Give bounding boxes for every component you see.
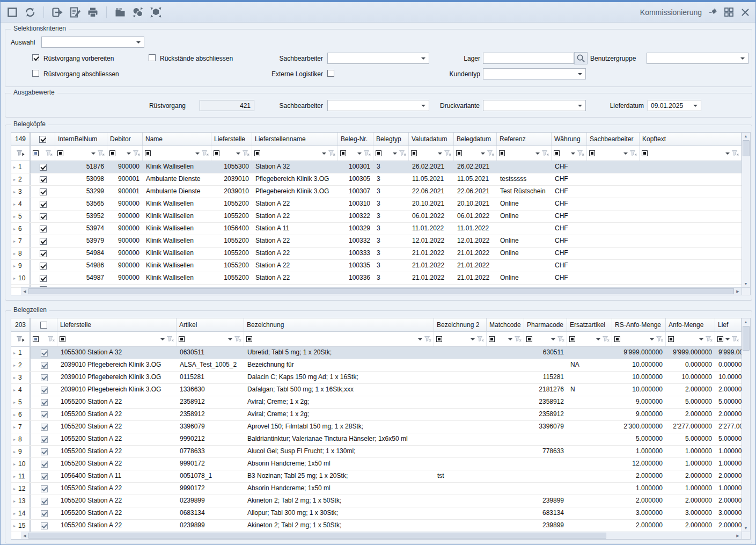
- row-checkbox-cell[interactable]: [31, 495, 57, 507]
- package-icon[interactable]: [149, 6, 162, 19]
- table-row[interactable]: ▸51055200 Station A 222358912Aviral; Cre…: [11, 396, 742, 409]
- table-row[interactable]: ▸81055200 Station A 229990212Baldriantin…: [11, 433, 742, 446]
- filter-value-icon[interactable]: [340, 150, 346, 156]
- filter-dropdown-icon[interactable]: [228, 338, 232, 340]
- filter-value-icon[interactable]: [246, 336, 252, 342]
- filter-value-icon[interactable]: [60, 336, 65, 342]
- filter-value-icon[interactable]: [254, 150, 260, 156]
- row-checkbox-cell[interactable]: [31, 458, 57, 470]
- table-row[interactable]: ▸101055200 Station A 229990172Absorin Ha…: [11, 458, 742, 470]
- filter-dropdown-icon[interactable]: [418, 338, 422, 340]
- select-all-cell[interactable]: [31, 318, 57, 331]
- filter-dropdown-icon[interactable]: [393, 152, 397, 155]
- row-checkbox[interactable]: [41, 485, 48, 492]
- row-checkbox-cell[interactable]: [31, 396, 57, 408]
- folder-icon[interactable]: [114, 6, 127, 19]
- row-number[interactable]: ▸5: [11, 396, 31, 408]
- table-row[interactable]: ▸1054987900000Klinik Wallisellen1055200S…: [11, 272, 742, 285]
- column-header[interactable]: Valutadatum: [409, 133, 454, 146]
- select-window-icon[interactable]: [6, 6, 19, 19]
- row-checkbox[interactable]: [41, 362, 48, 369]
- lager-search-button[interactable]: [574, 52, 588, 64]
- filter-clear-icon[interactable]: [424, 336, 431, 342]
- close-icon[interactable]: [740, 8, 750, 17]
- column-header[interactable]: Lief: [715, 318, 742, 331]
- row-checkbox-cell[interactable]: [31, 347, 57, 359]
- filter-value-icon[interactable]: [33, 150, 39, 156]
- table-row[interactable]: ▸42039010 Pflegebereich Klinik 3.OG13366…: [11, 384, 742, 396]
- lieferdatum-select[interactable]: 09.01.2025: [648, 100, 701, 111]
- filter-clear-icon[interactable]: [656, 336, 663, 342]
- column-header[interactable]: Belegdatum: [454, 133, 497, 146]
- row-checkbox[interactable]: [41, 399, 48, 406]
- row-checkbox-cell[interactable]: [31, 421, 57, 433]
- scroll-left-icon[interactable]: ◀: [21, 532, 28, 539]
- filter-dropdown-icon[interactable]: [236, 152, 240, 155]
- row-number[interactable]: ▸12: [11, 483, 31, 495]
- filter-value-icon[interactable]: [411, 150, 417, 156]
- row-checkbox-cell[interactable]: [31, 409, 57, 420]
- row-checkbox[interactable]: [41, 374, 48, 381]
- row-number[interactable]: ▸6: [11, 409, 31, 420]
- row-number[interactable]: ▸2: [11, 359, 31, 371]
- table-row[interactable]: ▸131055200 Station A 220239899Akineton 2…: [11, 495, 742, 507]
- print-icon[interactable]: [86, 6, 99, 19]
- layout-grid-icon[interactable]: [723, 7, 734, 18]
- row-number[interactable]: ▸6: [11, 223, 31, 235]
- edit-document-icon[interactable]: [69, 6, 82, 19]
- filter-clear-icon[interactable]: [98, 150, 105, 156]
- row-checkbox-cell[interactable]: [31, 446, 57, 457]
- row-checkbox[interactable]: [40, 176, 47, 183]
- column-header[interactable]: Bezeichnung: [244, 318, 434, 331]
- table-row[interactable]: ▸111056400 Station A 110051078_1B3 Nozin…: [11, 470, 742, 483]
- filter-clear-icon[interactable]: [46, 150, 53, 156]
- row-checkbox[interactable]: [40, 238, 47, 245]
- sachbearbeiter-select[interactable]: [327, 53, 429, 64]
- filter-dropdown-icon[interactable]: [699, 338, 703, 340]
- filter-clear-icon[interactable]: [444, 150, 451, 156]
- table-row[interactable]: ▸121055200 Station A 229990172Absorin Ha…: [11, 483, 742, 495]
- filter-dropdown-icon[interactable]: [357, 152, 362, 155]
- column-header[interactable]: Kopftext: [640, 133, 742, 146]
- table-row[interactable]: ▸22039010 Pflegebereich Klinik 3.OGALSA_…: [11, 359, 742, 372]
- filter-value-icon[interactable]: [33, 336, 39, 342]
- row-number[interactable]: ▸10: [11, 272, 31, 284]
- filter-value-icon[interactable]: [436, 336, 442, 342]
- filter-value-icon[interactable]: [717, 336, 723, 342]
- table-row[interactable]: ▸753979900000Klinik Wallisellen1055200St…: [11, 235, 742, 248]
- filter-clear-icon[interactable]: [515, 336, 522, 342]
- filter-dropdown-icon[interactable]: [91, 152, 96, 155]
- horizontal-scroll-thumb[interactable]: [28, 288, 734, 294]
- row-checkbox-cell[interactable]: [31, 223, 55, 235]
- pin-icon[interactable]: [708, 8, 717, 17]
- table-row[interactable]: ▸71055200 Station A 223396079Aprovel 150…: [11, 421, 742, 433]
- row-number[interactable]: ▸2: [11, 173, 31, 185]
- column-header[interactable]: Sachbearbeiter: [587, 133, 640, 146]
- vertical-scroll-thumb[interactable]: [743, 140, 750, 156]
- row-number[interactable]: ▸13: [11, 495, 31, 507]
- filter-dropdown-icon[interactable]: [438, 152, 442, 155]
- row-number[interactable]: ▸3: [11, 186, 31, 198]
- row-checkbox-cell[interactable]: [31, 260, 55, 272]
- table-row[interactable]: ▸854984900000Klinik Wallisellen1055200St…: [11, 248, 742, 260]
- export-icon[interactable]: [51, 6, 64, 19]
- table-row[interactable]: ▸453565900000Klinik Wallisellen1055200St…: [11, 198, 742, 210]
- table-row[interactable]: ▸91055200 Station A 220778633Alucol Gel;…: [11, 446, 742, 458]
- row-number[interactable]: ▸10: [11, 458, 31, 470]
- filter-dropdown-icon[interactable]: [481, 152, 485, 155]
- row-checkbox-cell[interactable]: [31, 272, 55, 284]
- filter-clear-icon[interactable]: [133, 150, 140, 156]
- column-header[interactable]: RS-Anfo-Menge: [612, 318, 666, 331]
- filter-dropdown-icon[interactable]: [508, 338, 512, 340]
- filter-row-icon[interactable]: [17, 150, 25, 156]
- column-header[interactable]: Lieferstellenname: [252, 133, 338, 146]
- filter-dropdown-icon[interactable]: [725, 338, 730, 340]
- select-all-checkbox[interactable]: [40, 322, 47, 329]
- row-checkbox[interactable]: [40, 188, 47, 195]
- row-checkbox[interactable]: [40, 164, 47, 171]
- externe-logistiker-checkbox[interactable]: [327, 70, 334, 77]
- filter-value-icon[interactable]: [569, 336, 575, 342]
- ruestvorgang-vorbereiten-checkbox[interactable]: [32, 54, 39, 61]
- filter-dropdown-icon[interactable]: [535, 152, 540, 155]
- filter-clear-icon[interactable]: [542, 150, 549, 156]
